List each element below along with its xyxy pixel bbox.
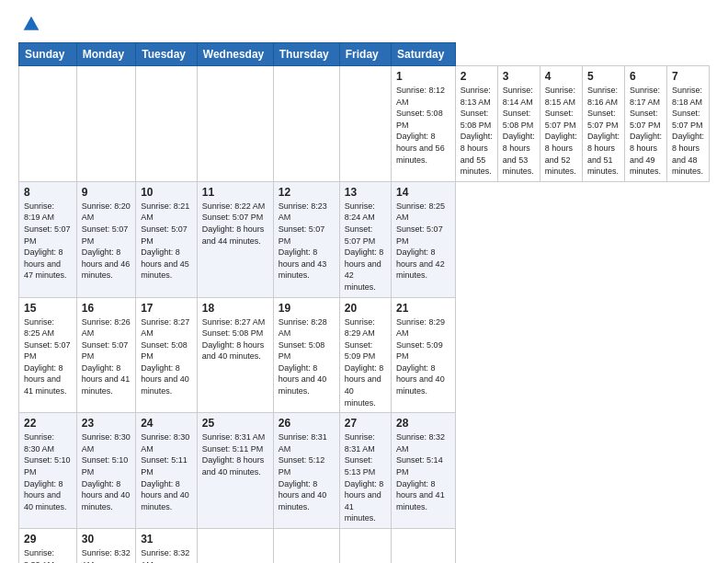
day-info: Sunrise: 8:30 AMSunset: 5:10 PMDaylight:…: [82, 431, 131, 512]
week-row-2: 15Sunrise: 8:25 AMSunset: 5:07 PMDayligh…: [19, 297, 710, 413]
day-info: Sunrise: 8:14 AMSunset: 5:08 PMDaylight:…: [503, 85, 535, 178]
day-info: Sunrise: 8:26 AMSunset: 5:07 PMDaylight:…: [82, 316, 131, 397]
calendar-cell: [197, 529, 273, 564]
calendar-cell: [339, 529, 391, 564]
day-number: 12: [279, 186, 335, 199]
day-number: 16: [82, 302, 131, 315]
calendar-cell: 26Sunrise: 8:31 AMSunset: 5:12 PMDayligh…: [273, 413, 339, 529]
day-number: 13: [345, 186, 386, 199]
day-number: 15: [24, 302, 72, 315]
calendar-cell: 9Sunrise: 8:20 AMSunset: 5:07 PMDaylight…: [76, 181, 135, 297]
calendar-cell: [197, 66, 273, 182]
day-info: Sunrise: 8:28 AMSunset: 5:08 PMDaylight:…: [279, 316, 335, 397]
day-info: Sunrise: 8:17 AMSunset: 5:07 PMDaylight:…: [630, 85, 662, 178]
calendar-cell: 11Sunrise: 8:22 AMSunset: 5:07 PMDayligh…: [197, 181, 273, 297]
day-number: 26: [279, 417, 335, 430]
day-info: Sunrise: 8:22 AMSunset: 5:07 PMDaylight:…: [202, 201, 268, 247]
calendar-cell: 31Sunrise: 8:32 AMSunset: 5:16 PMDayligh…: [136, 529, 198, 564]
day-number: 9: [82, 186, 131, 199]
header-cell-thursday: Thursday: [273, 43, 339, 66]
calendar-cell: 20Sunrise: 8:29 AMSunset: 5:09 PMDayligh…: [339, 297, 391, 413]
day-number: 31: [141, 533, 192, 546]
calendar-cell: 30Sunrise: 8:32 AMSunset: 5:15 PMDayligh…: [76, 529, 135, 564]
day-info: Sunrise: 8:27 AMSunset: 5:08 PMDaylight:…: [141, 316, 192, 397]
day-number: 5: [587, 70, 620, 83]
calendar-cell: 24Sunrise: 8:30 AMSunset: 5:11 PMDayligh…: [136, 413, 198, 529]
day-info: Sunrise: 8:23 AMSunset: 5:07 PMDaylight:…: [279, 201, 335, 282]
day-info: Sunrise: 8:24 AMSunset: 5:07 PMDaylight:…: [345, 201, 386, 293]
calendar-cell: [339, 66, 391, 182]
header-cell-monday: Monday: [76, 43, 135, 66]
day-info: Sunrise: 8:20 AMSunset: 5:07 PMDaylight:…: [82, 201, 131, 282]
calendar-cell: 3Sunrise: 8:14 AMSunset: 5:08 PMDaylight…: [497, 66, 540, 182]
day-number: 11: [202, 186, 268, 199]
header-row: SundayMondayTuesdayWednesdayThursdayFrid…: [19, 43, 710, 66]
day-number: 4: [545, 70, 577, 83]
day-number: 25: [202, 417, 268, 430]
header-cell-tuesday: Tuesday: [136, 43, 198, 66]
day-number: 24: [141, 417, 192, 430]
day-info: Sunrise: 8:29 AMSunset: 5:09 PMDaylight:…: [345, 316, 386, 409]
day-info: Sunrise: 8:29 AMSunset: 5:09 PMDaylight:…: [396, 316, 450, 397]
day-info: Sunrise: 8:32 AMSunset: 5:15 PMDaylight:…: [82, 547, 131, 563]
day-number: 22: [24, 417, 72, 430]
week-row-4: 29Sunrise: 8:32 AMSunset: 5:14 PMDayligh…: [19, 529, 710, 564]
week-row-0: 1Sunrise: 8:12 AMSunset: 5:08 PMDaylight…: [19, 66, 710, 182]
day-number: 10: [141, 186, 192, 199]
calendar-cell: 28Sunrise: 8:32 AMSunset: 5:14 PMDayligh…: [392, 413, 456, 529]
calendar-table: SundayMondayTuesdayWednesdayThursdayFrid…: [18, 42, 710, 563]
day-number: 30: [82, 533, 131, 546]
calendar-cell: [392, 529, 456, 564]
day-info: Sunrise: 8:32 AMSunset: 5:14 PMDaylight:…: [396, 431, 450, 512]
calendar-cell: 1Sunrise: 8:12 AMSunset: 5:08 PMDaylight…: [392, 66, 456, 182]
calendar-cell: [19, 66, 77, 182]
calendar-cell: 16Sunrise: 8:26 AMSunset: 5:07 PMDayligh…: [76, 297, 135, 413]
week-row-3: 22Sunrise: 8:30 AMSunset: 5:10 PMDayligh…: [19, 413, 710, 529]
calendar-body: 1Sunrise: 8:12 AMSunset: 5:08 PMDaylight…: [19, 66, 710, 564]
day-info: Sunrise: 8:27 AMSunset: 5:08 PMDaylight:…: [202, 316, 268, 362]
day-info: Sunrise: 8:31 AMSunset: 5:12 PMDaylight:…: [279, 431, 335, 512]
calendar-cell: 14Sunrise: 8:25 AMSunset: 5:07 PMDayligh…: [392, 181, 456, 297]
day-number: 14: [396, 186, 450, 199]
calendar-cell: 5Sunrise: 8:16 AMSunset: 5:07 PMDaylight…: [582, 66, 624, 182]
day-info: Sunrise: 8:15 AMSunset: 5:07 PMDaylight:…: [545, 85, 577, 178]
header: [18, 15, 710, 33]
day-number: 3: [503, 70, 535, 83]
day-info: Sunrise: 8:19 AMSunset: 5:07 PMDaylight:…: [24, 201, 72, 282]
calendar-cell: 8Sunrise: 8:19 AMSunset: 5:07 PMDaylight…: [19, 181, 77, 297]
calendar-cell: 25Sunrise: 8:31 AMSunset: 5:11 PMDayligh…: [197, 413, 273, 529]
calendar-cell: [273, 529, 339, 564]
day-info: Sunrise: 8:31 AMSunset: 5:13 PMDaylight:…: [345, 431, 386, 524]
day-number: 1: [396, 70, 450, 83]
week-row-1: 8Sunrise: 8:19 AMSunset: 5:07 PMDaylight…: [19, 181, 710, 297]
day-number: 18: [202, 302, 268, 315]
day-info: Sunrise: 8:25 AMSunset: 5:07 PMDaylight:…: [396, 201, 450, 282]
page: SundayMondayTuesdayWednesdayThursdayFrid…: [0, 0, 728, 563]
day-info: Sunrise: 8:25 AMSunset: 5:07 PMDaylight:…: [24, 316, 72, 397]
calendar-cell: 15Sunrise: 8:25 AMSunset: 5:07 PMDayligh…: [19, 297, 77, 413]
day-info: Sunrise: 8:21 AMSunset: 5:07 PMDaylight:…: [141, 201, 192, 282]
day-info: Sunrise: 8:12 AMSunset: 5:08 PMDaylight:…: [396, 85, 450, 166]
calendar-cell: 19Sunrise: 8:28 AMSunset: 5:08 PMDayligh…: [273, 297, 339, 413]
day-info: Sunrise: 8:32 AMSunset: 5:14 PMDaylight:…: [24, 547, 72, 563]
calendar-cell: 4Sunrise: 8:15 AMSunset: 5:07 PMDaylight…: [540, 66, 582, 182]
calendar-cell: 12Sunrise: 8:23 AMSunset: 5:07 PMDayligh…: [273, 181, 339, 297]
day-number: 17: [141, 302, 192, 315]
calendar-cell: 17Sunrise: 8:27 AMSunset: 5:08 PMDayligh…: [136, 297, 198, 413]
calendar-cell: 2Sunrise: 8:13 AMSunset: 5:08 PMDaylight…: [455, 66, 497, 182]
day-number: 28: [396, 417, 450, 430]
calendar-cell: 6Sunrise: 8:17 AMSunset: 5:07 PMDaylight…: [624, 66, 666, 182]
day-number: 8: [24, 186, 72, 199]
calendar-cell: [273, 66, 339, 182]
calendar-cell: 21Sunrise: 8:29 AMSunset: 5:09 PMDayligh…: [392, 297, 456, 413]
header-cell-sunday: Sunday: [19, 43, 77, 66]
day-number: 23: [82, 417, 131, 430]
day-info: Sunrise: 8:18 AMSunset: 5:07 PMDaylight:…: [672, 85, 704, 178]
day-info: Sunrise: 8:32 AMSunset: 5:16 PMDaylight:…: [141, 547, 192, 563]
calendar-cell: 18Sunrise: 8:27 AMSunset: 5:08 PMDayligh…: [197, 297, 273, 413]
header-cell-saturday: Saturday: [392, 43, 456, 66]
day-number: 7: [672, 70, 704, 83]
day-number: 6: [630, 70, 662, 83]
calendar-header: SundayMondayTuesdayWednesdayThursdayFrid…: [19, 43, 710, 66]
header-cell-friday: Friday: [339, 43, 391, 66]
